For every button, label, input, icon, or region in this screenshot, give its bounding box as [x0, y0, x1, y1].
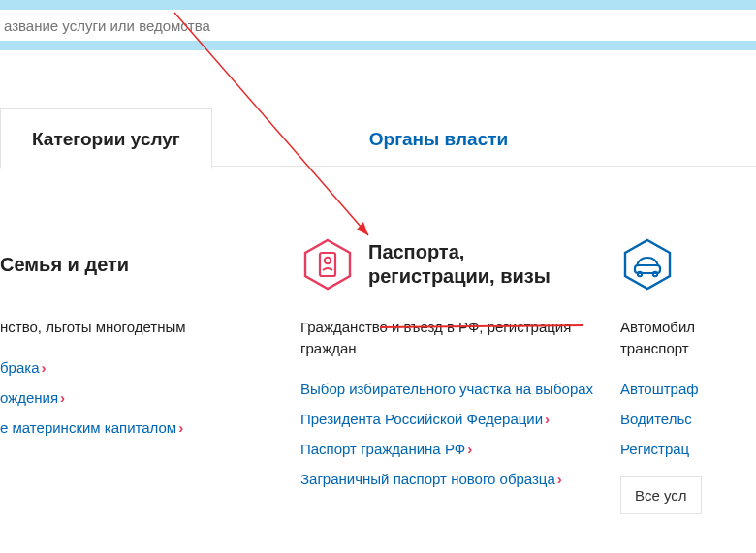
card-auto-desc: Автомобил транспорт: [620, 317, 756, 359]
link-family-2[interactable]: е материнским капиталом›: [0, 417, 264, 438]
link-text: брака: [0, 359, 40, 376]
link-auto-1[interactable]: Водительс: [620, 409, 756, 429]
card-family-links: брака› ождения› е материнским капиталом›: [0, 357, 264, 438]
chevron-icon: ›: [42, 359, 47, 376]
card-passports-links: Выбор избирательного участка на выборах …: [300, 379, 583, 489]
link-family-0[interactable]: брака›: [0, 357, 264, 378]
cards-container: Семья и дети нство, льготы многодетным б…: [0, 235, 756, 514]
tabs: Категории услуг Органы власти Жиз: [0, 108, 756, 168]
link-passports-2[interactable]: Паспорт гражданина РФ›: [300, 439, 583, 459]
card-auto-links: Автоштраф Водительс Регистрац: [620, 379, 756, 459]
card-family-head: Семья и дети: [0, 235, 264, 293]
link-auto-0[interactable]: Автоштраф: [620, 379, 756, 399]
link-text: Регистрац: [620, 441, 689, 457]
card-passports-head: Паспорта, регистрации, визы: [300, 235, 583, 293]
chevron-icon: ›: [60, 389, 65, 406]
card-passports-desc: Гражданство и въезд в РФ, регистрация гр…: [300, 317, 583, 359]
svg-marker-1: [357, 222, 368, 235]
link-auto-2[interactable]: Регистрац: [620, 439, 756, 459]
link-text: ождения: [0, 389, 58, 406]
all-services-button[interactable]: Все усл: [620, 476, 702, 514]
card-passports: Паспорта, регистрации, визы Гражданство …: [281, 235, 601, 514]
tab-authorities[interactable]: Органы власти: [338, 109, 539, 168]
link-passports-1[interactable]: Президента Российской Федерации›: [300, 409, 583, 429]
tab-situations[interactable]: Жиз: [733, 109, 756, 168]
tabs-wrap: Категории услуг Органы власти Жиз: [0, 108, 756, 168]
search-input[interactable]: [0, 10, 756, 41]
svg-point-4: [325, 258, 331, 263]
card-auto: Автомобил транспорт Автоштраф Водительс …: [601, 235, 756, 514]
link-family-1[interactable]: ождения›: [0, 387, 264, 408]
chevron-icon: ›: [178, 419, 183, 436]
link-text: Паспорт гражданина РФ: [300, 441, 465, 457]
link-text: Водительс: [620, 411, 692, 427]
link-passports-3[interactable]: Заграничный паспорт нового образца›: [300, 469, 583, 489]
card-family: Семья и дети нство, льготы многодетным б…: [0, 235, 281, 514]
link-passports-0[interactable]: Выбор избирательного участка на выборах: [300, 379, 583, 399]
search-bar: [0, 0, 756, 50]
chevron-icon: ›: [467, 441, 472, 457]
card-family-desc: нство, льготы многодетным: [0, 317, 264, 338]
card-family-title: Семья и дети: [0, 253, 129, 277]
link-text: Выбор избирательного участка на выборах: [300, 381, 593, 397]
link-text: Заграничный паспорт нового образца: [300, 471, 555, 487]
tab-categories[interactable]: Категории услуг: [0, 108, 212, 169]
link-text: Автоштраф: [620, 381, 699, 397]
chevron-icon: ›: [545, 411, 550, 427]
card-auto-head: [620, 235, 756, 293]
passport-hex-icon: [300, 237, 355, 292]
car-hex-icon: [620, 237, 675, 292]
link-text: е материнским капиталом: [0, 419, 176, 436]
link-text: Президента Российской Федерации: [300, 411, 543, 427]
chevron-icon: ›: [557, 471, 562, 487]
card-passports-title: Паспорта, регистрации, визы: [368, 240, 583, 289]
